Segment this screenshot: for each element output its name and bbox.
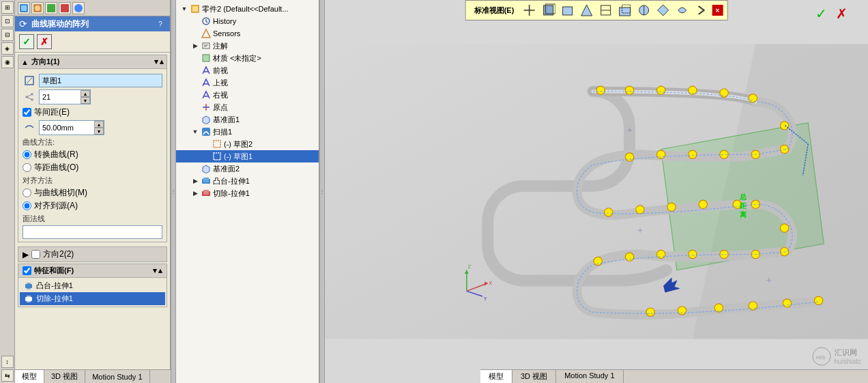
btab-motion[interactable]: Motion Study 1: [556, 370, 623, 383]
tree-origin[interactable]: 原点: [176, 101, 319, 113]
features-expand[interactable]: ▴: [158, 266, 162, 275]
panel-help-btn[interactable]: ?: [155, 18, 166, 29]
btab-model[interactable]: 模型: [480, 370, 512, 383]
confirm-cancel-btn[interactable]: ✗: [37, 34, 52, 49]
tree-right[interactable]: 右视: [176, 89, 319, 101]
count-input[interactable]: [40, 90, 81, 104]
ft-btn-5[interactable]: [72, 2, 85, 14]
confirm-ok-btn[interactable]: ✓: [19, 34, 34, 49]
direction2-checkbox[interactable]: [31, 250, 40, 259]
direction1-collapse-icon[interactable]: ▾: [154, 57, 158, 66]
edge-btn-4[interactable]: ◈: [1, 42, 14, 55]
root-expander[interactable]: ▼: [179, 3, 190, 14]
tree-cut1[interactable]: ▶ 切除-拉伸1: [176, 187, 319, 199]
count-spin-up[interactable]: ▲: [81, 90, 90, 97]
tree-history[interactable]: History: [176, 15, 319, 27]
svg-point-86: [749, 302, 757, 310]
tree-material[interactable]: 材质 <未指定>: [176, 52, 319, 64]
ft-btn-4[interactable]: [59, 2, 71, 14]
curve-method-label: 曲线方法:: [23, 137, 162, 147]
sweep1-expander[interactable]: ▼: [190, 126, 201, 137]
tree-sweep1[interactable]: ▼ 扫描1: [176, 126, 319, 138]
features-section-header[interactable]: 特征和面(F) ▾ ▴: [18, 264, 167, 278]
tree-top[interactable]: 上视: [176, 76, 319, 89]
global-cancel-btn[interactable]: ✗: [836, 5, 848, 22]
direction1-section: ▲ 方向1(1) ▾ ▴: [18, 55, 167, 242]
distance-spin-down[interactable]: ▼: [94, 128, 104, 134]
global-confirm-btn[interactable]: ✓: [815, 5, 827, 22]
divider-handle[interactable]: ⋮: [171, 0, 176, 383]
align-origin-radio[interactable]: [23, 201, 31, 210]
tree-front[interactable]: 前视: [176, 64, 319, 76]
align-tangent-radio[interactable]: [23, 188, 31, 197]
feature-item-1[interactable]: 凸台-拉伸1: [20, 279, 165, 292]
svg-text:HIS: HIS: [816, 354, 825, 360]
panel-header-icons: ?: [155, 18, 166, 29]
sketch-icon: [23, 74, 36, 87]
tree-plane1[interactable]: 基准面1: [176, 113, 319, 126]
edge-btn-1[interactable]: ⊞: [1, 1, 14, 14]
svg-rect-39: [203, 190, 209, 195]
direction1-expand-icon[interactable]: ▴: [160, 57, 164, 66]
svg-text:Y: Y: [483, 296, 487, 302]
tree-boss1[interactable]: ▶ 凸台-拉伸1: [176, 175, 319, 187]
tree-sensors[interactable]: Sensors: [176, 27, 319, 40]
direction2-expand[interactable]: ▶: [23, 250, 29, 259]
svg-point-70: [636, 205, 644, 214]
edge-btn-bottom1[interactable]: ↕: [1, 356, 14, 368]
feature-item-2[interactable]: 切除-拉伸1: [20, 292, 165, 305]
sketch-input[interactable]: [39, 74, 162, 87]
tab-motion[interactable]: Motion Study 1: [85, 370, 149, 383]
view-btn-9[interactable]: [674, 2, 690, 18]
view-btn-arrow[interactable]: [693, 2, 709, 18]
edge-btn-5[interactable]: ◉: [1, 56, 14, 68]
view-btn-4[interactable]: [578, 2, 594, 18]
front-icon: [201, 65, 212, 76]
ft-btn-3[interactable]: [45, 2, 57, 14]
count-spin-down[interactable]: ▼: [81, 97, 90, 104]
face-normal-box[interactable]: [23, 225, 162, 239]
equal-spacing-checkbox[interactable]: [23, 108, 31, 117]
distance-spin-up[interactable]: ▲: [94, 121, 104, 128]
edge-btn-bottom2[interactable]: ⇆: [1, 369, 14, 382]
ft-btn-2[interactable]: [31, 2, 44, 14]
distance-spin-buttons: ▲ ▼: [94, 121, 104, 134]
view-btn-7[interactable]: [635, 2, 652, 18]
edge-btn-2[interactable]: ⊡: [1, 15, 14, 27]
distance-input[interactable]: [40, 121, 94, 134]
tree-root[interactable]: ▼ 零件2 (Default<<Default...: [176, 3, 319, 15]
direction2-header[interactable]: ▶ 方向2(2): [18, 246, 167, 262]
view-btn-3[interactable]: [559, 2, 575, 18]
boss1-expander[interactable]: ▶: [190, 175, 201, 186]
view-btn-6[interactable]: [616, 2, 633, 18]
svg-line-12: [27, 94, 32, 97]
annotation-expander[interactable]: ▶: [190, 40, 201, 51]
method-transform-radio[interactable]: [23, 150, 31, 159]
view-btn-1[interactable]: [521, 2, 537, 18]
edge-btn-3[interactable]: ⊟: [1, 29, 14, 41]
tree-plane2[interactable]: 基准面2: [176, 162, 319, 175]
viewport-title: 标准视图(E): [470, 5, 519, 16]
view-btn-5[interactable]: [597, 2, 613, 18]
method-equal-radio[interactable]: [23, 163, 31, 172]
features-collapse[interactable]: ▾: [153, 266, 157, 275]
tab-3dview[interactable]: 3D 视图: [44, 370, 85, 383]
tree-sketch1[interactable]: (-) 草图1: [176, 150, 319, 162]
viewport-close-btn[interactable]: ×: [712, 5, 723, 16]
tab-model[interactable]: 模型: [15, 370, 44, 383]
method-equal-row: 等距曲线(O): [23, 162, 162, 173]
tree-sketch2[interactable]: (-) 草图2: [176, 138, 319, 150]
material-expander: [190, 53, 201, 63]
direction1-header[interactable]: ▲ 方向1(1) ▾ ▴: [18, 55, 167, 69]
cut1-expander[interactable]: ▶: [190, 188, 201, 199]
view-btn-8[interactable]: [654, 2, 671, 18]
ft-btn-1[interactable]: [18, 2, 30, 14]
feature-1-icon: [24, 281, 33, 291]
view-btn-2[interactable]: [540, 2, 556, 18]
divider-handle-2[interactable]: ⋮: [319, 0, 325, 383]
btab-3dview[interactable]: 3D 视图: [512, 370, 556, 383]
feature-list: 凸台-拉伸1 切除-拉伸1: [18, 278, 167, 307]
tree-annotation[interactable]: ▶ 注解: [176, 40, 319, 52]
features-checkbox[interactable]: [23, 266, 31, 275]
bottom-bar: 模型 3D 视图 Motion Study 1: [480, 369, 868, 383]
